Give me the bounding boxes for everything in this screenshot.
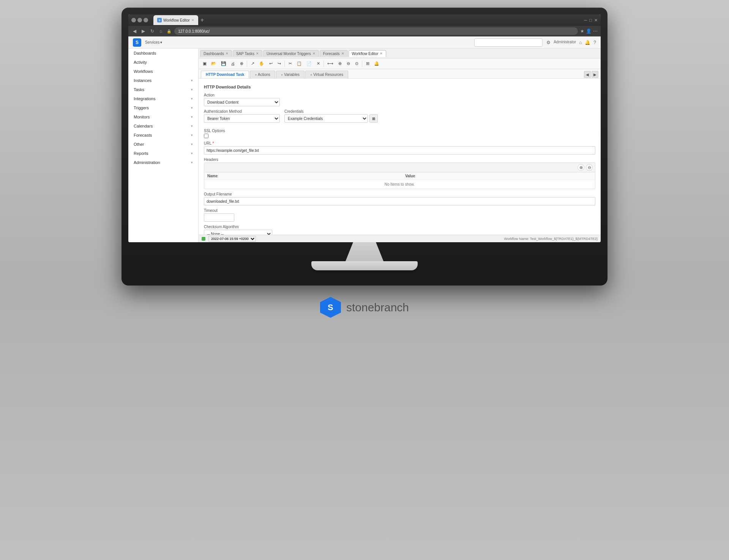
toolbar-bell-btn[interactable]: 🔔 bbox=[372, 60, 381, 67]
toolbar-fit-btn[interactable]: ⟷ bbox=[325, 60, 335, 67]
task-tab-http-download[interactable]: HTTP Download Task bbox=[201, 71, 249, 78]
headers-add-btn[interactable]: ⊕ bbox=[578, 164, 584, 171]
services-button[interactable]: Services ▾ bbox=[145, 40, 162, 44]
settings-icon[interactable]: ⚙ bbox=[546, 40, 551, 45]
add-tab-button[interactable]: + bbox=[198, 17, 206, 24]
admin-label[interactable]: Administrator bbox=[554, 40, 576, 45]
output-input[interactable] bbox=[204, 197, 595, 205]
sidebar-item-instances[interactable]: Instances ▾ bbox=[128, 76, 198, 85]
toolbar-save-btn[interactable]: 💾 bbox=[219, 60, 228, 67]
minimize-btn[interactable] bbox=[131, 18, 136, 22]
content-tab-dashboards[interactable]: Dashboards ✕ bbox=[200, 50, 232, 57]
sidebar-item-triggers[interactable]: Triggers ▾ bbox=[128, 103, 198, 112]
maximize-btn[interactable] bbox=[137, 18, 142, 22]
nav-refresh-btn[interactable]: ↻ bbox=[149, 28, 156, 35]
ct-workflow-close[interactable]: ✕ bbox=[380, 52, 383, 55]
headers-col-name: Name bbox=[204, 172, 402, 180]
sidebar-item-administration[interactable]: Administration ▾ bbox=[128, 158, 198, 167]
content-tab-workflow-editor[interactable]: Workflow Editor ✕ bbox=[349, 50, 387, 57]
toolbar-zoomout-btn[interactable]: ⊖ bbox=[344, 60, 352, 67]
form-group-credentials: Credentials Example Credentials ⊞ bbox=[284, 109, 595, 123]
ct-umn-close[interactable]: ✕ bbox=[312, 52, 316, 55]
browser-restore-icon[interactable]: □ bbox=[589, 18, 592, 23]
toolbar-copy-btn[interactable]: 📋 bbox=[295, 60, 304, 67]
help-icon[interactable]: ? bbox=[593, 40, 596, 45]
toolbar-zoom100-btn[interactable]: ⊙ bbox=[353, 60, 360, 67]
nav-home-btn[interactable]: ⌂ bbox=[158, 28, 164, 35]
close-btn[interactable] bbox=[144, 18, 148, 22]
task-tab-variables[interactable]: ● Variables bbox=[276, 71, 305, 78]
more-icon[interactable]: ⋯ bbox=[593, 28, 598, 34]
toolbar-redo-btn[interactable]: ↪ bbox=[275, 60, 283, 67]
toolbar-grid-btn[interactable]: ⊞ bbox=[364, 60, 371, 67]
toolbar-undo-btn[interactable]: ↩ bbox=[267, 60, 275, 67]
action-select[interactable]: Download Content Upload Content bbox=[204, 98, 280, 106]
ct-dashboards-close[interactable]: ✕ bbox=[226, 52, 229, 55]
sidebar-item-activity[interactable]: Activity bbox=[128, 58, 198, 67]
content-tab-forecasts[interactable]: Forecasts ✕ bbox=[320, 50, 348, 57]
brand-logo-letter: S bbox=[328, 303, 333, 312]
bell-icon[interactable]: 🔔 bbox=[585, 40, 590, 45]
sidebar-item-tasks[interactable]: Tasks ▾ bbox=[128, 85, 198, 94]
headers-remove-btn[interactable]: ⊖ bbox=[586, 164, 593, 171]
auth-select[interactable]: Bearer Token Basic Auth None bbox=[204, 114, 280, 123]
ct-forecasts-label: Forecasts bbox=[323, 52, 340, 56]
url-input[interactable] bbox=[204, 146, 595, 155]
headers-table-header-row: Name Value bbox=[204, 172, 595, 180]
content-tab-umn[interactable]: Universal Monitor Triggers ✕ bbox=[263, 50, 319, 57]
ssl-checkbox[interactable] bbox=[204, 134, 208, 138]
checksum-select[interactable]: -- None -- MD5 SHA1 SHA256 bbox=[204, 230, 272, 235]
content-tab-sap[interactable]: SAP Tasks ✕ bbox=[233, 50, 262, 57]
toolbar-print-btn[interactable]: 🖨 bbox=[229, 60, 237, 67]
task-tab-actions[interactable]: ● Actions bbox=[250, 71, 275, 78]
toolbar-add-btn[interactable]: ⊕ bbox=[238, 60, 245, 67]
star-icon[interactable]: ★ bbox=[580, 28, 584, 34]
toolbar-cut-btn[interactable]: ✂ bbox=[286, 60, 294, 67]
profile-icon[interactable]: 👤 bbox=[586, 28, 592, 34]
form-area: HTTP Download Details Action Download Co… bbox=[199, 79, 601, 235]
task-tab-arrow-left[interactable]: ◀ bbox=[584, 71, 591, 78]
browser-tab-active[interactable]: S Workflow Editor ✕ bbox=[153, 15, 198, 25]
browser-minimize-icon[interactable]: ─ bbox=[584, 18, 587, 23]
toolbar-delete-btn[interactable]: ✕ bbox=[314, 60, 322, 67]
datetime-select[interactable]: 2022-07-06 15:59 +0200 bbox=[208, 236, 256, 242]
task-tab-actions-dot: ● bbox=[255, 73, 257, 77]
toolbar-open-btn[interactable]: 📂 bbox=[209, 60, 218, 67]
ct-forecasts-close[interactable]: ✕ bbox=[341, 52, 344, 55]
global-search-input[interactable] bbox=[474, 38, 543, 47]
sidebar-item-other[interactable]: Other ▾ bbox=[128, 140, 198, 149]
credentials-icon-button[interactable]: ⊞ bbox=[369, 114, 378, 123]
task-tab-virtual-resources[interactable]: ● Virtual Resources bbox=[305, 71, 348, 78]
nav-forward-btn[interactable]: ▶ bbox=[140, 28, 147, 35]
toolbar-sep-1 bbox=[247, 60, 247, 67]
sidebar-triggers-label: Triggers bbox=[134, 106, 149, 110]
nav-back-btn[interactable]: ◀ bbox=[131, 28, 138, 35]
sidebar-item-integrations[interactable]: Integrations ▾ bbox=[128, 94, 198, 103]
timeout-input[interactable] bbox=[204, 213, 234, 222]
toolbar-sep-4 bbox=[362, 60, 362, 67]
sidebar-item-reports[interactable]: Reports ▾ bbox=[128, 149, 198, 158]
address-input[interactable] bbox=[174, 27, 578, 35]
sidebar-item-dashboards[interactable]: Dashboards bbox=[128, 49, 198, 58]
sidebar-item-forecasts[interactable]: Forecasts ▾ bbox=[128, 131, 198, 140]
tab-icon: S bbox=[157, 18, 162, 22]
ct-sap-close[interactable]: ✕ bbox=[256, 52, 259, 55]
toolbar-paste-btn[interactable]: 📄 bbox=[305, 60, 314, 67]
toolbar-sep-3 bbox=[323, 60, 324, 67]
sidebar-item-workflows[interactable]: Workflows bbox=[128, 67, 198, 76]
toolbar-new-btn[interactable]: ▣ bbox=[201, 60, 208, 67]
credentials-select[interactable]: Example Credentials bbox=[284, 114, 368, 123]
form-group-auth: Authentication Method Bearer Token Basic… bbox=[204, 109, 280, 123]
sidebar-item-monitors[interactable]: Monitors ▾ bbox=[128, 112, 198, 121]
inner-app: S Workflow Editor ✕ + ─ □ ✕ bbox=[128, 14, 601, 242]
main-content: Dashboards ✕ SAP Tasks ✕ Universal Monit… bbox=[199, 49, 601, 242]
toolbar-zoomin-btn[interactable]: ⊕ bbox=[336, 60, 344, 67]
sidebar-item-calendars[interactable]: Calendars ▾ bbox=[128, 121, 198, 131]
browser-close-icon[interactable]: ✕ bbox=[594, 18, 598, 23]
sidebar-monitors-label: Monitors bbox=[134, 115, 150, 119]
toolbar-cursor-btn[interactable]: ↗ bbox=[249, 60, 256, 67]
home-icon[interactable]: ⌂ bbox=[579, 40, 582, 45]
toolbar-hand-btn[interactable]: ✋ bbox=[257, 60, 266, 67]
tab-close-icon[interactable]: ✕ bbox=[191, 18, 194, 22]
task-tab-arrow-right[interactable]: ▶ bbox=[592, 71, 598, 78]
